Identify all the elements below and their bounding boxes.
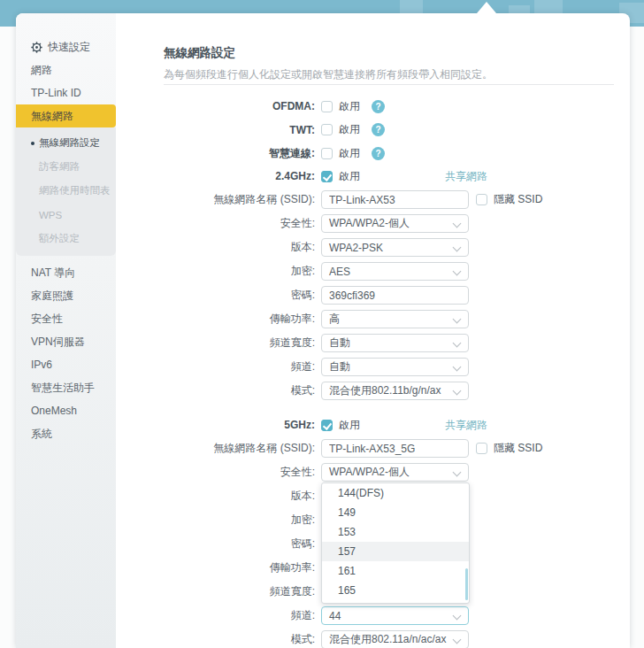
chevron-down-icon: [454, 611, 461, 618]
help-icon[interactable]: ?: [372, 100, 385, 113]
submenu-item-wps[interactable]: WPS: [16, 203, 116, 227]
gear-icon: [31, 42, 42, 53]
sidebar-item-network[interactable]: 網路: [16, 58, 116, 81]
hide-ssid-label: 隱藏 SSID: [494, 441, 542, 456]
sidebar-item-security[interactable]: 安全性: [16, 307, 116, 330]
help-icon[interactable]: ?: [372, 123, 385, 136]
ssid-label: 無線網路名稱 (SSID):: [116, 441, 321, 456]
sidebar-item-label: VPN伺服器: [31, 335, 85, 350]
chevron-down-icon: [454, 266, 461, 274]
dropdown-option[interactable]: 165: [322, 581, 469, 600]
password-label: 密碼:: [116, 288, 321, 303]
dropdown-option[interactable]: 149: [322, 503, 469, 522]
share-network-link-5[interactable]: 共享網路: [445, 418, 487, 433]
submenu-item-wireless-settings[interactable]: 無線網路設定: [16, 131, 116, 155]
mode-label: 模式:: [116, 632, 321, 647]
sidebar-item-vpn-server[interactable]: VPN伺服器: [16, 330, 116, 353]
smart-connect-enable-checkbox[interactable]: [321, 148, 333, 159]
encryption-24-select[interactable]: AES: [321, 262, 469, 281]
power-label: 傳輸功率:: [116, 560, 321, 575]
content-card: 快速設定 網路 TP-Link ID 無線網路 無線網路設定 訪客網路 網路使用…: [16, 13, 630, 648]
main-content: 無線網路設定 為每個頻段進行個人化設定或開啟智慧連接將所有頻段帶入相同設定。 O…: [116, 13, 630, 648]
enable-label: 啟用: [339, 146, 360, 161]
sidebar-item-label: 系統: [31, 427, 52, 442]
hide-ssid-24-checkbox[interactable]: [476, 194, 487, 205]
mode-label: 模式:: [116, 383, 321, 398]
power-24-row: 傳輸功率: 高: [116, 307, 630, 331]
select-value: 混合使用802.11a/n/ac/ax: [329, 632, 447, 647]
submenu-item-guest-network[interactable]: 訪客網路: [16, 155, 116, 179]
power-24-select[interactable]: 高: [321, 310, 469, 328]
help-icon[interactable]: ?: [372, 147, 385, 160]
twt-enable-checkbox[interactable]: [321, 124, 333, 135]
password-24-row: 密碼:: [116, 283, 630, 307]
channel-width-24-row: 頻道寬度: 自動: [116, 331, 630, 355]
ofdma-row: OFDMA: 啟用 ?: [116, 95, 630, 118]
sidebar-item-tplink-id[interactable]: TP-Link ID: [16, 81, 116, 104]
channel-dropdown-list: 144(DFS) 149 153 157 161 165: [321, 482, 470, 604]
select-value: WPA/WPA2-個人: [329, 465, 410, 480]
password-24-input[interactable]: [321, 286, 469, 305]
mode-5-select[interactable]: 混合使用802.11a/n/ac/ax: [321, 630, 469, 648]
version-24-select[interactable]: WPA2-PSK: [321, 238, 469, 257]
dropdown-option[interactable]: 144(DFS): [322, 483, 469, 503]
ofdma-enable-checkbox[interactable]: [321, 101, 333, 112]
sidebar-item-wireless[interactable]: 無線網路: [16, 104, 116, 127]
band-24ghz-enable-checkbox[interactable]: [321, 171, 333, 182]
channel-width-label: 頻道寬度:: [116, 584, 321, 599]
sidebar-item-homecare[interactable]: 家庭照護: [16, 284, 116, 307]
security-5-select[interactable]: WPA/WPA2-個人: [321, 463, 469, 482]
chevron-down-icon: [454, 386, 461, 393]
channel-label: 頻道:: [116, 608, 321, 623]
select-value: 高: [329, 312, 340, 327]
security-5-row: 安全性: WPA/WPA2-個人: [116, 460, 630, 484]
submenu-item-schedule[interactable]: 網路使用時間表: [16, 179, 116, 203]
wireless-settings-form: OFDMA: 啟用 ? TWT: 啟用 ? 智慧連線: 啟用 ? 2.4G: [116, 95, 630, 648]
sidebar-item-label: 網路: [31, 63, 52, 78]
sidebar-item-label: 無線網路: [31, 109, 73, 124]
sidebar: 快速設定 網路 TP-Link ID 無線網路 無線網路設定 訪客網路 網路使用…: [16, 13, 116, 648]
submenu-item-additional[interactable]: 額外設定: [16, 227, 116, 251]
sidebar-item-quick-setup[interactable]: 快速設定: [16, 35, 116, 58]
chevron-down-icon: [454, 338, 461, 345]
share-network-link-24[interactable]: 共享網路: [445, 169, 487, 184]
chevron-down-icon: [454, 362, 461, 369]
sidebar-item-label: TP-Link ID: [31, 87, 81, 99]
band-5ghz-enable-checkbox[interactable]: [321, 420, 333, 431]
mode-5-row: 模式: 混合使用802.11a/n/ac/ax: [116, 628, 630, 648]
security-24-select[interactable]: WPA/WPA2-個人: [321, 214, 469, 233]
dropdown-option-highlighted[interactable]: 157: [322, 542, 469, 561]
encryption-label: 加密:: [116, 264, 321, 279]
hide-ssid-24: 隱藏 SSID: [476, 192, 542, 207]
wireless-submenu: 無線網路設定 訪客網路 網路使用時間表 WPS 額外設定: [16, 127, 116, 256]
band-24ghz-label: 2.4GHz:: [116, 170, 321, 182]
encryption-label: 加密:: [116, 513, 321, 528]
mode-24-select[interactable]: 混合使用802.11b/g/n/ax: [321, 382, 469, 400]
sidebar-item-nat[interactable]: NAT 導向: [16, 261, 116, 284]
chevron-down-icon: [454, 467, 461, 474]
select-value: WPA/WPA2-個人: [329, 216, 410, 231]
dropdown-scrollbar-thumb[interactable]: [465, 568, 468, 600]
hide-ssid-5: 隱藏 SSID: [476, 441, 542, 456]
mode-24-row: 模式: 混合使用802.11b/g/n/ax: [116, 379, 630, 403]
sidebar-item-label: 安全性: [31, 312, 63, 327]
dropdown-option[interactable]: 161: [322, 561, 469, 581]
chevron-down-icon: [454, 314, 461, 321]
submenu-item-label: 訪客網路: [39, 160, 80, 174]
ssid-24-row: 無線網路名稱 (SSID): 隱藏 SSID: [116, 188, 630, 212]
channel-width-24-select[interactable]: 自動: [321, 334, 469, 352]
enable-label: 啟用: [339, 418, 360, 433]
ssid-5-input[interactable]: [321, 439, 469, 458]
channel-5-select[interactable]: 44: [321, 606, 469, 625]
dropdown-option[interactable]: 153: [322, 522, 469, 542]
ssid-24-input[interactable]: [321, 190, 469, 209]
sidebar-item-system[interactable]: 系統: [16, 422, 116, 445]
channel-24-select[interactable]: 自動: [321, 358, 469, 376]
sidebar-item-ipv6[interactable]: IPv6: [16, 353, 116, 376]
sidebar-item-onemesh[interactable]: OneMesh: [16, 399, 116, 422]
sidebar-item-label: 智慧生活助手: [31, 381, 95, 396]
sidebar-item-label: OneMesh: [31, 405, 77, 417]
sidebar-item-smart-life[interactable]: 智慧生活助手: [16, 376, 116, 399]
hide-ssid-5-checkbox[interactable]: [476, 443, 487, 454]
ssid-5-row: 無線網路名稱 (SSID): 隱藏 SSID: [116, 436, 630, 460]
